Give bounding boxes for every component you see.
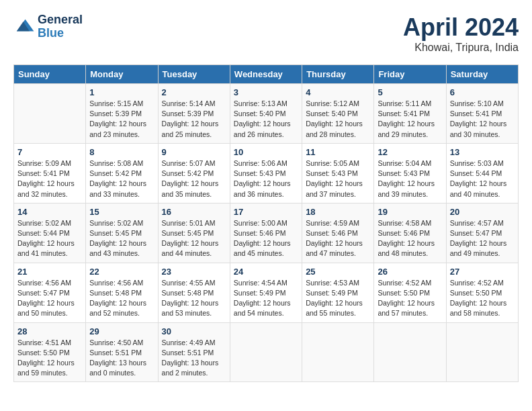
calendar-cell: 12Sunrise: 5:04 AM Sunset: 5:43 PM Dayli… — [374, 143, 446, 203]
calendar-cell: 21Sunrise: 4:56 AM Sunset: 5:47 PM Dayli… — [14, 263, 86, 322]
day-info: Sunrise: 5:06 AM Sunset: 5:43 PM Dayligh… — [234, 158, 298, 199]
day-number: 6 — [450, 87, 515, 97]
day-info: Sunrise: 4:59 AM Sunset: 5:46 PM Dayligh… — [306, 218, 370, 259]
day-info: Sunrise: 5:15 AM Sunset: 5:39 PM Dayligh… — [89, 99, 154, 140]
day-number: 25 — [306, 267, 370, 277]
day-number: 28 — [17, 326, 82, 336]
calendar-cell: 19Sunrise: 4:58 AM Sunset: 5:46 PM Dayli… — [374, 203, 446, 263]
calendar-cell — [230, 322, 302, 382]
weekday-header-thursday: Thursday — [302, 65, 374, 84]
day-number: 19 — [378, 207, 442, 217]
logo: General Blue — [13, 13, 83, 40]
logo-text-line1: General — [38, 13, 83, 27]
day-number: 11 — [306, 147, 370, 157]
calendar-title-area: April 2024 Khowai, Tripura, India — [403, 13, 519, 54]
week-row-1: 1Sunrise: 5:15 AM Sunset: 5:39 PM Daylig… — [14, 84, 519, 144]
week-row-2: 7Sunrise: 5:09 AM Sunset: 5:41 PM Daylig… — [14, 143, 519, 203]
weekday-header-saturday: Saturday — [446, 65, 518, 84]
day-info: Sunrise: 5:03 AM Sunset: 5:44 PM Dayligh… — [450, 158, 515, 199]
calendar-cell — [14, 84, 86, 144]
day-info: Sunrise: 5:05 AM Sunset: 5:43 PM Dayligh… — [306, 158, 370, 199]
day-number: 21 — [17, 267, 82, 277]
calendar-cell — [446, 322, 518, 382]
day-info: Sunrise: 5:10 AM Sunset: 5:41 PM Dayligh… — [450, 99, 515, 140]
day-number: 13 — [450, 147, 515, 157]
weekday-header-monday: Monday — [86, 65, 158, 84]
day-number: 10 — [234, 147, 298, 157]
calendar-cell: 2Sunrise: 5:14 AM Sunset: 5:39 PM Daylig… — [158, 84, 230, 144]
week-row-3: 14Sunrise: 5:02 AM Sunset: 5:44 PM Dayli… — [14, 203, 519, 263]
calendar-cell: 4Sunrise: 5:12 AM Sunset: 5:40 PM Daylig… — [302, 84, 374, 144]
day-info: Sunrise: 5:01 AM Sunset: 5:45 PM Dayligh… — [162, 218, 226, 259]
day-info: Sunrise: 4:53 AM Sunset: 5:49 PM Dayligh… — [306, 278, 370, 319]
calendar-cell: 26Sunrise: 4:52 AM Sunset: 5:50 PM Dayli… — [374, 263, 446, 322]
day-info: Sunrise: 4:58 AM Sunset: 5:46 PM Dayligh… — [378, 218, 442, 259]
day-info: Sunrise: 4:55 AM Sunset: 5:48 PM Dayligh… — [162, 278, 226, 319]
day-info: Sunrise: 5:12 AM Sunset: 5:40 PM Dayligh… — [306, 99, 370, 140]
calendar-cell: 9Sunrise: 5:07 AM Sunset: 5:42 PM Daylig… — [158, 143, 230, 203]
day-number: 24 — [234, 267, 298, 277]
calendar-cell: 7Sunrise: 5:09 AM Sunset: 5:41 PM Daylig… — [14, 143, 86, 203]
day-number: 14 — [17, 207, 82, 217]
calendar-cell: 22Sunrise: 4:56 AM Sunset: 5:48 PM Dayli… — [86, 263, 158, 322]
calendar-cell: 23Sunrise: 4:55 AM Sunset: 5:48 PM Dayli… — [158, 263, 230, 322]
calendar-cell — [374, 322, 446, 382]
calendar-cell: 27Sunrise: 4:52 AM Sunset: 5:50 PM Dayli… — [446, 263, 518, 322]
day-info: Sunrise: 4:52 AM Sunset: 5:50 PM Dayligh… — [378, 278, 442, 319]
day-info: Sunrise: 4:57 AM Sunset: 5:47 PM Dayligh… — [450, 218, 515, 259]
day-number: 16 — [162, 207, 226, 217]
day-info: Sunrise: 4:49 AM Sunset: 5:51 PM Dayligh… — [162, 338, 226, 379]
day-number: 29 — [89, 326, 154, 336]
day-number: 22 — [89, 267, 154, 277]
weekday-header-wednesday: Wednesday — [230, 65, 302, 84]
day-number: 7 — [17, 147, 82, 157]
calendar-cell: 30Sunrise: 4:49 AM Sunset: 5:51 PM Dayli… — [158, 322, 230, 382]
day-info: Sunrise: 5:08 AM Sunset: 5:42 PM Dayligh… — [89, 158, 154, 199]
day-number: 3 — [234, 87, 298, 97]
day-number: 18 — [306, 207, 370, 217]
day-info: Sunrise: 5:13 AM Sunset: 5:40 PM Dayligh… — [234, 99, 298, 140]
calendar-cell: 17Sunrise: 5:00 AM Sunset: 5:46 PM Dayli… — [230, 203, 302, 263]
logo-text-line2: Blue — [38, 27, 83, 40]
day-info: Sunrise: 5:00 AM Sunset: 5:46 PM Dayligh… — [234, 218, 298, 259]
calendar-cell: 14Sunrise: 5:02 AM Sunset: 5:44 PM Dayli… — [14, 203, 86, 263]
day-info: Sunrise: 4:52 AM Sunset: 5:50 PM Dayligh… — [450, 278, 515, 319]
weekday-header-friday: Friday — [374, 65, 446, 84]
calendar-cell: 25Sunrise: 4:53 AM Sunset: 5:49 PM Dayli… — [302, 263, 374, 322]
day-info: Sunrise: 5:14 AM Sunset: 5:39 PM Dayligh… — [162, 99, 226, 140]
page-header: General Blue April 2024 Khowai, Tripura,… — [13, 13, 519, 54]
day-number: 15 — [89, 207, 154, 217]
calendar-cell: 10Sunrise: 5:06 AM Sunset: 5:43 PM Dayli… — [230, 143, 302, 203]
day-info: Sunrise: 4:56 AM Sunset: 5:47 PM Dayligh… — [17, 278, 82, 319]
week-row-4: 21Sunrise: 4:56 AM Sunset: 5:47 PM Dayli… — [14, 263, 519, 322]
day-number: 23 — [162, 267, 226, 277]
day-number: 12 — [378, 147, 442, 157]
calendar-cell: 3Sunrise: 5:13 AM Sunset: 5:40 PM Daylig… — [230, 84, 302, 144]
day-info: Sunrise: 5:09 AM Sunset: 5:41 PM Dayligh… — [17, 158, 82, 199]
day-number: 1 — [89, 87, 154, 97]
location-title: Khowai, Tripura, India — [403, 42, 519, 54]
week-row-5: 28Sunrise: 4:51 AM Sunset: 5:50 PM Dayli… — [14, 322, 519, 382]
day-info: Sunrise: 4:54 AM Sunset: 5:49 PM Dayligh… — [234, 278, 298, 319]
calendar-cell: 15Sunrise: 5:02 AM Sunset: 5:45 PM Dayli… — [86, 203, 158, 263]
calendar-table: SundayMondayTuesdayWednesdayThursdayFrid… — [13, 64, 519, 382]
day-info: Sunrise: 5:11 AM Sunset: 5:41 PM Dayligh… — [378, 99, 442, 140]
calendar-cell: 8Sunrise: 5:08 AM Sunset: 5:42 PM Daylig… — [86, 143, 158, 203]
day-number: 5 — [378, 87, 442, 97]
weekday-header-sunday: Sunday — [14, 65, 86, 84]
day-number: 30 — [162, 326, 226, 336]
day-number: 20 — [450, 207, 515, 217]
logo-icon — [13, 16, 35, 38]
calendar-cell: 29Sunrise: 4:50 AM Sunset: 5:51 PM Dayli… — [86, 322, 158, 382]
day-info: Sunrise: 4:51 AM Sunset: 5:50 PM Dayligh… — [17, 338, 82, 379]
day-info: Sunrise: 4:56 AM Sunset: 5:48 PM Dayligh… — [89, 278, 154, 319]
day-info: Sunrise: 5:07 AM Sunset: 5:42 PM Dayligh… — [162, 158, 226, 199]
day-info: Sunrise: 5:04 AM Sunset: 5:43 PM Dayligh… — [378, 158, 442, 199]
weekday-header-row: SundayMondayTuesdayWednesdayThursdayFrid… — [14, 65, 519, 84]
calendar-cell: 16Sunrise: 5:01 AM Sunset: 5:45 PM Dayli… — [158, 203, 230, 263]
calendar-cell: 6Sunrise: 5:10 AM Sunset: 5:41 PM Daylig… — [446, 84, 518, 144]
day-info: Sunrise: 4:50 AM Sunset: 5:51 PM Dayligh… — [89, 338, 154, 379]
day-number: 2 — [162, 87, 226, 97]
calendar-cell: 28Sunrise: 4:51 AM Sunset: 5:50 PM Dayli… — [14, 322, 86, 382]
calendar-cell — [302, 322, 374, 382]
